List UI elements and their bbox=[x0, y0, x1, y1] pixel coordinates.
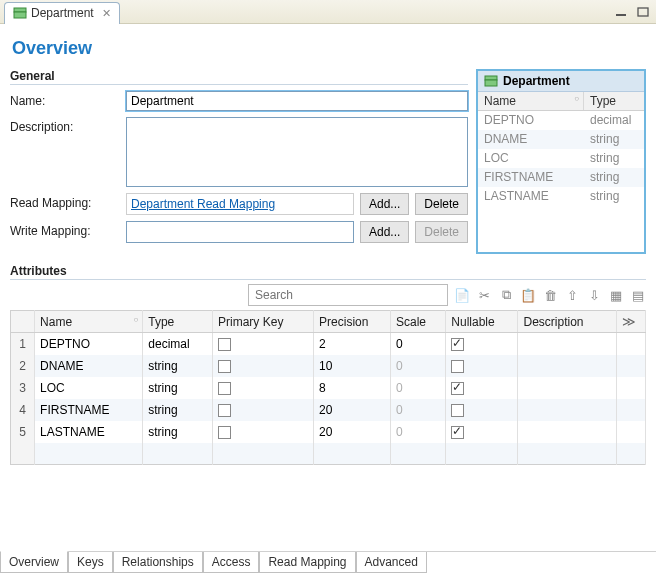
tab-access[interactable]: Access bbox=[203, 552, 260, 573]
cell-pk[interactable] bbox=[213, 355, 314, 377]
cell-scale[interactable]: 0 bbox=[391, 377, 446, 399]
entity-icon bbox=[13, 7, 27, 19]
list-item: FIRSTNAMEstring bbox=[478, 168, 644, 187]
cell-name[interactable]: LASTNAME bbox=[35, 421, 143, 443]
list-item: LASTNAMEstring bbox=[478, 187, 644, 206]
checkbox[interactable] bbox=[218, 338, 231, 351]
tab-relationships[interactable]: Relationships bbox=[113, 552, 203, 573]
cell-desc[interactable] bbox=[518, 399, 617, 421]
delete-icon[interactable]: 🗑 bbox=[542, 287, 558, 303]
cell-nullable[interactable] bbox=[446, 421, 518, 443]
col-type[interactable]: Type bbox=[143, 311, 213, 333]
col-scale[interactable]: Scale bbox=[391, 311, 446, 333]
col-description[interactable]: Description bbox=[518, 311, 617, 333]
cell-scale[interactable]: 0 bbox=[391, 421, 446, 443]
page-title: Overview bbox=[12, 38, 646, 59]
read-mapping-label: Read Mapping: bbox=[10, 193, 120, 210]
cell-type[interactable]: decimal bbox=[143, 333, 213, 355]
read-mapping-delete-button[interactable]: Delete bbox=[415, 193, 468, 215]
cell-name[interactable]: LOC bbox=[35, 377, 143, 399]
editor-tab-department[interactable]: Department ✕ bbox=[4, 2, 120, 24]
checkbox[interactable] bbox=[218, 360, 231, 373]
name-input[interactable] bbox=[126, 91, 468, 111]
col-name[interactable]: Name bbox=[35, 311, 143, 333]
move-down-icon[interactable]: ⇩ bbox=[586, 287, 602, 303]
checkbox[interactable] bbox=[451, 338, 464, 351]
tab-read-mapping[interactable]: Read Mapping bbox=[259, 552, 355, 573]
description-input[interactable] bbox=[126, 117, 468, 187]
checkbox[interactable] bbox=[451, 382, 464, 395]
cell-nullable[interactable] bbox=[446, 399, 518, 421]
cell-scale[interactable]: 0 bbox=[391, 333, 446, 355]
cell-nullable[interactable] bbox=[446, 377, 518, 399]
cell-precision[interactable]: 20 bbox=[314, 399, 391, 421]
view-detail-icon[interactable]: ▤ bbox=[630, 287, 646, 303]
cell-pk[interactable] bbox=[213, 421, 314, 443]
cell-desc[interactable] bbox=[518, 421, 617, 443]
table-row[interactable]: 5LASTNAMEstring200 bbox=[11, 421, 646, 443]
write-mapping-input[interactable] bbox=[126, 221, 354, 243]
tab-overview[interactable]: Overview bbox=[0, 551, 68, 573]
checkbox[interactable] bbox=[451, 360, 464, 373]
svg-rect-3 bbox=[638, 8, 648, 16]
cut-icon[interactable]: ✂ bbox=[476, 287, 492, 303]
tab-keys[interactable]: Keys bbox=[68, 552, 113, 573]
cell-nullable[interactable] bbox=[446, 333, 518, 355]
move-up-icon[interactable]: ⇧ bbox=[564, 287, 580, 303]
cell-type[interactable]: string bbox=[143, 377, 213, 399]
cell-nullable[interactable] bbox=[446, 355, 518, 377]
copy-icon[interactable]: ⧉ bbox=[498, 287, 514, 303]
tab-advanced[interactable]: Advanced bbox=[356, 552, 427, 573]
preview-col-name[interactable]: Name bbox=[478, 92, 584, 110]
cell-pk[interactable] bbox=[213, 399, 314, 421]
cell-type[interactable]: string bbox=[143, 421, 213, 443]
minimize-icon[interactable] bbox=[612, 4, 630, 20]
name-label: Name: bbox=[10, 91, 120, 108]
col-pk[interactable]: Primary Key bbox=[213, 311, 314, 333]
new-icon[interactable]: 📄 bbox=[454, 287, 470, 303]
cell-scale[interactable]: 0 bbox=[391, 355, 446, 377]
read-mapping-link[interactable]: Department Read Mapping bbox=[131, 197, 275, 211]
cell-precision[interactable]: 2 bbox=[314, 333, 391, 355]
cell-pk[interactable] bbox=[213, 333, 314, 355]
entity-icon bbox=[484, 75, 498, 87]
list-item: LOCstring bbox=[478, 149, 644, 168]
attributes-search-input[interactable] bbox=[248, 284, 448, 306]
cell-pk[interactable] bbox=[213, 377, 314, 399]
cell-desc[interactable] bbox=[518, 333, 617, 355]
col-more[interactable]: ≫ bbox=[617, 311, 646, 333]
cell-desc[interactable] bbox=[518, 355, 617, 377]
close-icon[interactable]: ✕ bbox=[102, 7, 111, 20]
cell-name[interactable]: DNAME bbox=[35, 355, 143, 377]
write-mapping-delete-button: Delete bbox=[415, 221, 468, 243]
cell-type[interactable]: string bbox=[143, 399, 213, 421]
preview-col-type[interactable]: Type bbox=[584, 92, 644, 110]
read-mapping-add-button[interactable]: Add... bbox=[360, 193, 409, 215]
svg-rect-5 bbox=[485, 80, 497, 86]
cell-precision[interactable]: 8 bbox=[314, 377, 391, 399]
checkbox[interactable] bbox=[218, 404, 231, 417]
cell-name[interactable]: DEPTNO bbox=[35, 333, 143, 355]
attributes-table: Name Type Primary Key Precision Scale Nu… bbox=[10, 310, 646, 465]
cell-desc[interactable] bbox=[518, 377, 617, 399]
checkbox[interactable] bbox=[451, 426, 464, 439]
col-precision[interactable]: Precision bbox=[314, 311, 391, 333]
cell-scale[interactable]: 0 bbox=[391, 399, 446, 421]
write-mapping-add-button[interactable]: Add... bbox=[360, 221, 409, 243]
table-row[interactable]: 1DEPTNOdecimal20 bbox=[11, 333, 646, 355]
paste-icon[interactable]: 📋 bbox=[520, 287, 536, 303]
checkbox[interactable] bbox=[218, 382, 231, 395]
col-nullable[interactable]: Nullable bbox=[446, 311, 518, 333]
cell-precision[interactable]: 20 bbox=[314, 421, 391, 443]
table-row[interactable]: 4FIRSTNAMEstring200 bbox=[11, 399, 646, 421]
table-row[interactable]: 2DNAMEstring100 bbox=[11, 355, 646, 377]
cell-precision[interactable]: 10 bbox=[314, 355, 391, 377]
checkbox[interactable] bbox=[218, 426, 231, 439]
col-rownum bbox=[11, 311, 35, 333]
maximize-icon[interactable] bbox=[634, 4, 652, 20]
cell-name[interactable]: FIRSTNAME bbox=[35, 399, 143, 421]
cell-type[interactable]: string bbox=[143, 355, 213, 377]
table-row[interactable]: 3LOCstring80 bbox=[11, 377, 646, 399]
view-grid-icon[interactable]: ▦ bbox=[608, 287, 624, 303]
checkbox[interactable] bbox=[451, 404, 464, 417]
